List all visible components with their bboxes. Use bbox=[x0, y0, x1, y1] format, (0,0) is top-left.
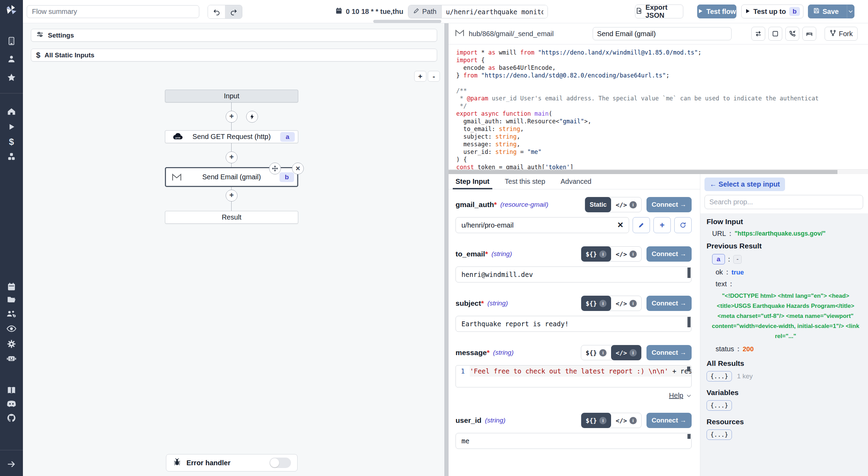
save-dropdown-button[interactable] bbox=[847, 5, 854, 18]
user-icon[interactable] bbox=[6, 53, 17, 65]
add-resource-button[interactable]: + bbox=[653, 217, 671, 233]
info-icon[interactable]: i bbox=[629, 300, 637, 307]
info-icon[interactable]: i bbox=[629, 251, 637, 258]
save-button[interactable]: Save bbox=[808, 5, 854, 18]
refresh-resource-button[interactable] bbox=[674, 217, 692, 233]
input-scrollbar[interactable] bbox=[687, 317, 691, 327]
github-icon[interactable] bbox=[6, 412, 17, 424]
book-icon[interactable] bbox=[6, 384, 17, 396]
all-results-object-chip[interactable]: {...} bbox=[707, 371, 732, 381]
message-code-editor[interactable]: 1 'Feel free to check out the latest rep… bbox=[456, 365, 692, 387]
flow-node-http[interactable]: HTTP Send GET Request (http) a bbox=[165, 130, 298, 143]
subject-input[interactable] bbox=[456, 316, 692, 332]
mode-code[interactable]: </>i bbox=[611, 413, 641, 428]
prop-value-status[interactable]: 200 bbox=[743, 345, 754, 353]
windmill-logo-icon[interactable] bbox=[6, 4, 17, 16]
zoom-in-button[interactable]: + bbox=[414, 71, 426, 82]
connect-button[interactable]: Connect → bbox=[646, 296, 692, 311]
star-icon[interactable] bbox=[6, 72, 17, 83]
insert-step-button[interactable]: + bbox=[226, 151, 237, 163]
info-icon[interactable]: i bbox=[629, 349, 637, 356]
undo-button[interactable] bbox=[208, 5, 225, 18]
mode-code[interactable]: </>i bbox=[611, 296, 641, 311]
connect-button[interactable]: Connect → bbox=[646, 246, 692, 262]
connect-button[interactable]: Connect → bbox=[646, 413, 692, 428]
user-id-input[interactable] bbox=[456, 433, 692, 449]
redo-button[interactable] bbox=[225, 5, 242, 18]
collapse-button[interactable]: - bbox=[733, 255, 742, 264]
mode-template[interactable]: ${}i bbox=[581, 413, 611, 428]
help-link[interactable]: Help bbox=[669, 392, 683, 400]
prop-key-text[interactable]: text bbox=[716, 280, 727, 288]
phone-incoming-icon[interactable] bbox=[785, 27, 799, 41]
mode-template[interactable]: ${}i bbox=[581, 296, 611, 311]
select-step-input-button[interactable]: ← Select a step input bbox=[704, 178, 785, 191]
to-email-input[interactable] bbox=[456, 266, 692, 282]
mode-code[interactable]: </>i bbox=[611, 345, 641, 360]
save-main[interactable]: Save bbox=[808, 5, 844, 18]
tab-advanced[interactable]: Advanced bbox=[560, 174, 591, 189]
prop-value-text[interactable]: "<!DOCTYPE html> <html lang="en"> <head>… bbox=[707, 291, 861, 341]
step-name-input[interactable] bbox=[593, 27, 732, 40]
flow-summary-input[interactable] bbox=[27, 5, 199, 18]
play-icon[interactable] bbox=[6, 121, 17, 133]
input-scrollbar[interactable] bbox=[687, 268, 691, 278]
swap-arrows-icon[interactable] bbox=[751, 27, 765, 41]
prop-key-status[interactable]: status bbox=[716, 345, 734, 353]
connect-button[interactable]: Connect → bbox=[646, 197, 692, 212]
folder-open-icon[interactable] bbox=[6, 294, 17, 305]
mode-code[interactable]: </>i bbox=[611, 246, 641, 262]
error-handler-toggle[interactable] bbox=[269, 458, 291, 468]
prev-result-badge[interactable]: a bbox=[712, 254, 725, 264]
tab-test-this-step[interactable]: Test this step bbox=[505, 174, 545, 189]
editor-scrollbar[interactable] bbox=[687, 367, 690, 371]
prop-value-ok[interactable]: true bbox=[732, 269, 744, 276]
topbar-scrollbar-thumb[interactable] bbox=[373, 20, 441, 23]
panel-resize-divider[interactable] bbox=[444, 23, 449, 476]
export-json-button[interactable]: Export JSON bbox=[635, 5, 683, 18]
mode-static[interactable]: Static bbox=[585, 197, 611, 212]
scrollbar-thumb[interactable] bbox=[449, 170, 837, 174]
path-value-input[interactable] bbox=[442, 5, 548, 18]
insert-step-button[interactable]: + bbox=[226, 111, 237, 123]
all-static-inputs-row[interactable]: $ All Static Inputs bbox=[31, 49, 437, 61]
info-icon[interactable]: i bbox=[629, 201, 637, 208]
delete-step-button[interactable]: × bbox=[292, 163, 304, 174]
mode-template[interactable]: ${}i bbox=[581, 246, 611, 262]
prop-value-url[interactable]: "https://earthquake.usgs.gov/" bbox=[735, 230, 826, 237]
prop-key-ok[interactable]: ok bbox=[716, 268, 723, 276]
user-group-gear-icon[interactable] bbox=[6, 308, 17, 320]
clear-icon[interactable]: ✕ bbox=[617, 221, 624, 230]
flow-node-result[interactable]: Result bbox=[165, 211, 298, 224]
eye-icon[interactable] bbox=[6, 323, 17, 335]
test-up-to-button[interactable]: Test up to b bbox=[741, 5, 803, 18]
code-horizontal-scrollbar[interactable] bbox=[449, 169, 868, 174]
collapse-arrow-icon[interactable] bbox=[6, 458, 17, 470]
info-icon[interactable]: i bbox=[629, 417, 637, 424]
zoom-out-button[interactable]: - bbox=[428, 71, 440, 82]
fork-button[interactable]: Fork bbox=[825, 27, 858, 41]
panel-icon[interactable] bbox=[802, 27, 816, 41]
variables-object-chip[interactable]: {...} bbox=[707, 400, 732, 411]
insert-step-button[interactable]: + bbox=[226, 190, 237, 202]
calendar-icon[interactable] bbox=[6, 281, 17, 293]
checkbox-square-icon[interactable] bbox=[768, 27, 782, 41]
connect-button[interactable]: Connect → bbox=[646, 345, 692, 360]
info-icon[interactable]: i bbox=[599, 417, 607, 424]
prop-key-url[interactable]: URL bbox=[712, 230, 726, 238]
flow-settings-row[interactable]: Settings bbox=[31, 29, 437, 42]
code-editor[interactable]: import * as wmill from "https://deno.lan… bbox=[449, 44, 868, 169]
cubes-icon[interactable] bbox=[6, 151, 17, 163]
input-scrollbar[interactable] bbox=[687, 434, 691, 439]
move-step-button[interactable] bbox=[269, 163, 281, 174]
search-prop-input[interactable] bbox=[704, 195, 863, 209]
info-icon[interactable]: i bbox=[599, 251, 607, 258]
building-icon[interactable] bbox=[6, 35, 17, 47]
mode-template[interactable]: ${}i bbox=[581, 345, 611, 360]
edit-resource-button[interactable] bbox=[633, 217, 650, 233]
trigger-bolt-button[interactable] bbox=[246, 111, 258, 123]
robot-icon[interactable] bbox=[6, 352, 17, 364]
mode-code[interactable]: </>i bbox=[611, 197, 641, 212]
flow-node-input[interactable]: Input bbox=[165, 90, 298, 102]
info-icon[interactable]: i bbox=[599, 349, 607, 356]
